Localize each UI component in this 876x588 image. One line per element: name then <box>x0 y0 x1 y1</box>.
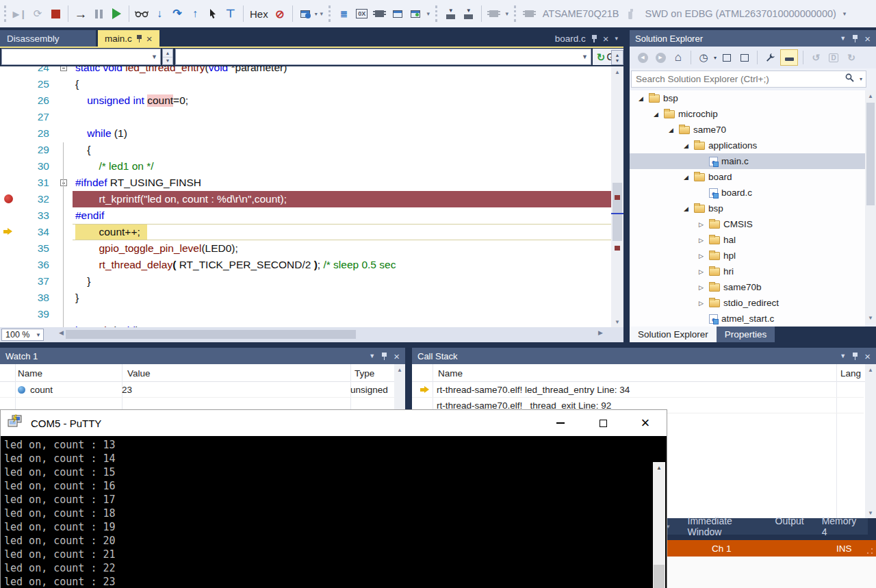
window-position-icon[interactable]: ▼ <box>369 353 375 359</box>
spin-up-icon[interactable]: ▲ <box>163 49 172 57</box>
tree-item-atmel_start-c[interactable]: catmel_start.c <box>630 311 865 327</box>
panel-tab-solution-explorer[interactable]: Solution Explorer <box>630 327 717 342</box>
processes-window-icon[interactable] <box>296 5 314 23</box>
code-line-30[interactable]: 30 /* led1 on */ <box>0 158 611 175</box>
code-line-33[interactable]: 33#endif <box>0 207 611 224</box>
breakpoint-margin[interactable] <box>0 191 18 207</box>
breakpoint-margin[interactable] <box>0 92 18 109</box>
auto-hide-pin-icon[interactable] <box>853 353 858 360</box>
code-text[interactable] <box>73 306 611 322</box>
column-header-name[interactable]: Name <box>438 364 463 382</box>
tree-scrollbar[interactable]: ▲ ▼ <box>865 90 876 323</box>
selected-device-label[interactable]: ATSAME70Q21B <box>539 8 623 19</box>
code-line-37[interactable]: 37 } <box>0 273 611 290</box>
tab-main-c[interactable]: main.c × <box>98 30 159 47</box>
code-text[interactable]: while (1) <box>73 125 611 142</box>
code-line-39[interactable]: 39 <box>0 306 611 322</box>
scroll-up-icon[interactable]: ▲ <box>865 90 876 101</box>
debug-interface-label[interactable]: SWD on EDBG (ATML2637010000000000) <box>641 8 840 19</box>
callstack-header[interactable]: Call Stack ▼ × <box>412 348 876 364</box>
column-header-type[interactable]: Type <box>355 364 374 382</box>
toolbar-overflow-icon[interactable]: ▾ <box>424 10 433 17</box>
fold-collapse-icon[interactable] <box>60 66 67 71</box>
forward-icon[interactable]: ▶ <box>653 50 668 65</box>
breakpoint-margin[interactable] <box>0 257 18 273</box>
editor-zoom-dropdown[interactable]: 100 % ▼ <box>1 329 44 341</box>
breakpoint-margin[interactable] <box>0 66 18 76</box>
scroll-down-icon[interactable]: ▼ <box>865 507 876 518</box>
processor-view-icon[interactable] <box>371 5 389 23</box>
code-line-35[interactable]: 35 gpio_toggle_pin_level(LED0); <box>0 240 611 257</box>
breakpoint-margin[interactable] <box>0 273 18 290</box>
scroll-left-icon[interactable]: ◀ <box>59 329 64 336</box>
tree-expand-arrow-icon[interactable]: ▷ <box>697 300 706 307</box>
pin-tab-icon[interactable] <box>137 35 142 42</box>
close-panel-icon[interactable]: × <box>864 351 871 361</box>
column-header-value[interactable]: Value <box>127 364 151 382</box>
breakpoint-margin[interactable] <box>0 207 18 224</box>
code-line-28[interactable]: 28 while (1) <box>0 125 611 142</box>
tree-expand-arrow-icon[interactable]: ▷ <box>697 253 706 259</box>
bottom-tab-immediate-window[interactable]: Immediate Window <box>688 515 758 537</box>
toolbar-overflow-icon[interactable]: ▾ <box>840 10 849 17</box>
memory-view-icon[interactable] <box>389 5 407 23</box>
callstack-scrollbar[interactable]: ▲ ▼ <box>865 364 876 518</box>
code-text[interactable]: count++; <box>73 224 611 240</box>
tree-item-main-c[interactable]: cmain.c <box>630 153 865 169</box>
erase-device-icon[interactable] <box>485 5 503 23</box>
fold-collapse-icon[interactable] <box>60 179 67 186</box>
code-line-40[interactable]: 40int main(void) <box>0 322 611 327</box>
tree-item-board-c[interactable]: cboard.c <box>630 185 865 201</box>
pending-changes-filter-icon[interactable]: ◷ <box>696 50 711 65</box>
scroll-down-icon[interactable]: ▼ <box>611 316 623 327</box>
scroll-right-icon[interactable]: ▶ <box>598 329 603 336</box>
tab-list-dropdown-icon[interactable]: ▾ <box>615 35 618 42</box>
search-options-dropdown-icon[interactable]: ▾ <box>856 76 866 82</box>
code-text[interactable]: unsigned int count=0; <box>73 92 611 109</box>
tree-collapse-arrow-icon[interactable]: ◢ <box>652 111 660 118</box>
breakpoint-margin[interactable] <box>0 240 18 257</box>
code-text[interactable]: rt_thread_delay( RT_TICK_PER_SECOND/2 );… <box>73 257 611 273</box>
tree-collapse-arrow-icon[interactable]: ◢ <box>667 127 675 133</box>
solution-search-box[interactable]: ▾ <box>631 71 866 88</box>
code-line-32[interactable]: 32 rt_kprintf("led on, count : %d\r\n",c… <box>0 191 611 207</box>
code-text[interactable]: static void led_thread_entry(void *param… <box>73 66 611 76</box>
preview-selected-items-toggle[interactable] <box>780 49 798 66</box>
close-button[interactable]: × <box>624 410 667 436</box>
quickwatch-icon[interactable] <box>133 5 151 23</box>
tree-item-same70[interactable]: ◢same70 <box>630 122 865 138</box>
search-icon[interactable] <box>845 73 856 86</box>
code-line-38[interactable]: 38} <box>0 290 611 306</box>
breakpoint-margin[interactable] <box>0 290 18 306</box>
properties-wrench-icon[interactable] <box>762 50 777 65</box>
restart-debug-icon[interactable]: ⟳ <box>29 5 47 23</box>
tree-item-board[interactable]: ◢board <box>630 169 865 185</box>
show-next-statement-icon[interactable] <box>204 5 222 23</box>
continue-icon[interactable] <box>107 5 125 23</box>
tree-item-CMSIS[interactable]: ▷CMSIS <box>630 216 865 232</box>
scroll-up-icon[interactable]: ▲ <box>653 462 665 474</box>
tree-expand-arrow-icon[interactable]: ▷ <box>697 268 706 275</box>
disable-breakpoints-icon[interactable]: ⊘ <box>271 5 289 23</box>
close-tab-icon[interactable]: × <box>146 34 153 44</box>
scroll-down-icon[interactable]: ▼ <box>865 312 876 323</box>
attach-to-target-icon[interactable]: → <box>72 5 90 23</box>
tree-collapse-arrow-icon[interactable]: ◢ <box>682 142 691 149</box>
minimize-button[interactable] <box>539 410 582 436</box>
members-dropdown[interactable]: ▼ <box>175 49 591 65</box>
start-debug-break-icon[interactable]: ▶❙ <box>11 5 29 23</box>
window-position-icon[interactable]: ▼ <box>840 353 846 359</box>
step-out-icon[interactable]: ↑ <box>186 5 204 23</box>
terminal-screen[interactable]: led on, count : 13led on, count : 14led … <box>1 436 667 588</box>
code-line-27[interactable]: 27 <box>0 109 611 125</box>
tree-item-stdio_redirect[interactable]: ▷stdio_redirect <box>630 295 865 311</box>
hex-toggle-button[interactable]: Hex <box>247 8 271 20</box>
collapse-all-icon[interactable] <box>719 50 734 65</box>
code-text[interactable]: #endif <box>73 207 611 224</box>
code-text[interactable]: gpio_toggle_pin_level(LED0); <box>73 240 611 257</box>
step-over-icon[interactable]: ↷ <box>168 5 186 23</box>
toolbar-grip[interactable] <box>328 5 333 22</box>
chevron-down-icon[interactable]: ▼ <box>149 50 159 64</box>
maximize-button[interactable] <box>582 410 624 436</box>
panel-tab-properties[interactable]: Properties <box>717 327 775 342</box>
